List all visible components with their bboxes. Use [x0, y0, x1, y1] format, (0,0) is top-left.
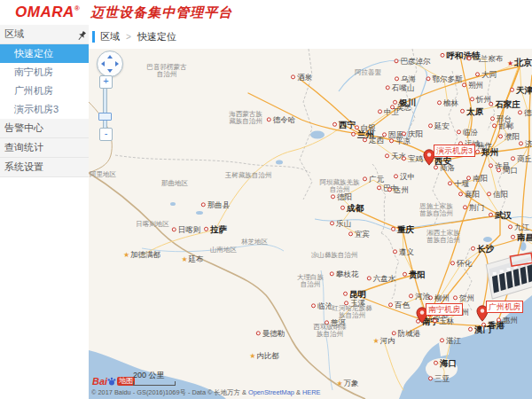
map-label: 河池 — [409, 293, 430, 301]
zoom-slider-track[interactable] — [103, 88, 107, 129]
brand-logo: OMARA® — [15, 4, 80, 21]
baidu-paw-icon — [107, 377, 116, 386]
map-label: 阿拉善盟 — [355, 69, 381, 76]
map-label: 日喀则 — [172, 226, 201, 234]
sidebar-section-1[interactable]: 告警中心 — [0, 119, 89, 138]
map-label: 那曲县 — [201, 201, 231, 209]
map-label: 内比都 — [249, 352, 279, 361]
map-label: 武汉 — [489, 211, 512, 220]
map-label: 临汾 — [457, 129, 478, 137]
map-label: 柳州 — [428, 294, 450, 302]
breadcrumb-current: 快速定位 — [137, 30, 176, 43]
map-label: 西双版纳傣 族自治州 — [313, 324, 347, 339]
map-label: 宝鸡 — [402, 155, 423, 163]
map-label: 惠州 — [497, 317, 518, 325]
pan-up-icon[interactable] — [107, 55, 113, 59]
map-label: 平凉 — [389, 137, 411, 145]
sidebar-nav-items: 快速定位南宁机房广州机房演示机房3 — [0, 44, 89, 119]
zoom-slider-handle[interactable] — [98, 113, 112, 121]
sidebar-item-3[interactable]: 广州机房 — [0, 82, 89, 100]
map-label: 玉林 — [433, 317, 454, 325]
map-label: 鄂尔多斯 — [426, 75, 463, 83]
map-label: 阿坝藏族羌族 自治州 — [320, 179, 360, 194]
map-label: 白银 — [355, 124, 376, 132]
map-marker-label-1[interactable]: 演示机房3 — [434, 145, 475, 157]
sidebar-section-3[interactable]: 系统设置 — [0, 158, 89, 177]
map-label: 那曲地区 — [161, 180, 188, 187]
sidebar-item-2[interactable]: 南宁机房 — [0, 63, 89, 82]
map-label: 酒泉 — [291, 74, 312, 82]
pan-right-icon[interactable] — [115, 61, 119, 66]
machine-room-photo-overlay[interactable] — [482, 249, 532, 305]
sidebar-section-2[interactable]: 查询统计 — [0, 138, 89, 158]
breadcrumb-section[interactable]: 区域 — [100, 30, 120, 43]
map-label: 玉树藏族自治州 — [225, 172, 272, 179]
map-label: 山南地区 — [210, 246, 237, 254]
map-label: 宜宾 — [348, 231, 370, 239]
map-label: 石嘴山 — [386, 84, 415, 92]
map-label: 日喀则地区 — [136, 221, 169, 228]
map-label: 天津 — [510, 86, 532, 95]
scale-bar — [133, 381, 176, 386]
zoom-in-button[interactable]: + — [99, 75, 113, 89]
map-labels: 北京天津呼和浩特石家庄太原银川西宁兰州西安郑州武汉长沙南昌成都重庆贵阳昆明南宁拉… — [89, 49, 532, 399]
attribution-text: © 2017 Baidu - GS(2016)1069号 - Data © 长地… — [91, 389, 248, 396]
breadcrumb: 区域 > 快速定位 — [89, 25, 532, 49]
sidebar: 区域 快速定位南宁机房广州机房演示机房3 告警中心查询统计系统设置 — [0, 25, 90, 399]
breadcrumb-accent-bar — [92, 31, 95, 43]
map-label: 广元 — [363, 176, 384, 184]
sidebar-item-1[interactable]: 快速定位 — [0, 44, 89, 63]
attribution-osm-link[interactable]: OpenStreetMap — [248, 389, 294, 396]
map-marker-label-2[interactable]: 南宁机房 — [426, 303, 463, 316]
map-label: 信阳 — [487, 191, 508, 199]
map-label: 定西 — [363, 137, 384, 145]
sidebar-nav-sections: 告警中心查询统计系统设置 — [0, 119, 89, 177]
pan-down-icon[interactable] — [107, 69, 113, 73]
map-label: 襄阳 — [458, 191, 480, 199]
map-label: 大同 — [475, 71, 497, 79]
map-marker-label-3[interactable]: 广州机房 — [486, 301, 523, 313]
map-label: 湛江 — [440, 337, 461, 345]
map-label: 德州 — [518, 109, 532, 117]
map-label: 北京 — [507, 58, 532, 68]
map-label: 恩施土家族 苗族自治州 — [419, 203, 453, 218]
map-label: 周口 — [497, 167, 518, 175]
map-canvas[interactable]: 北京天津呼和浩特石家庄太原银川西宁兰州西安郑州武汉长沙南昌成都重庆贵阳昆明南宁拉… — [89, 49, 532, 399]
attribution-amp: & — [294, 389, 302, 396]
app-title: 迈世设备集中管理平台 — [90, 4, 232, 21]
map-label: 防城港 — [392, 330, 421, 338]
zoom-out-button[interactable]: - — [99, 128, 113, 141]
sidebar-group-label: 区域 — [4, 28, 24, 39]
map-label: 巴彦淖尔 — [395, 58, 431, 66]
map-label: 太原 — [460, 107, 483, 116]
map-label: 石家庄 — [489, 100, 520, 109]
map-label: 庆阳 — [402, 130, 423, 138]
map-label: 榆林 — [437, 99, 458, 107]
map-label: 朔州 — [462, 82, 483, 90]
map-label: 忻州 — [470, 96, 491, 104]
map-label: 重庆 — [391, 225, 414, 234]
attribution-here-link[interactable]: HERE — [302, 389, 320, 396]
pan-left-icon[interactable] — [101, 61, 105, 66]
map-label: 濮阳 — [498, 133, 520, 141]
map-label: 百色 — [388, 301, 410, 309]
baidu-logo-text: Bai — [92, 377, 107, 386]
map-label: 乌兰察布 — [467, 55, 504, 63]
map-label: 拉萨 — [204, 225, 227, 234]
map-label: 攀枝花 — [330, 270, 359, 278]
map-label: 海西蒙古族 藏族自治州 — [229, 111, 262, 126]
map-label: 邯郸 — [492, 122, 513, 130]
map-label: 达州 — [387, 186, 409, 194]
map-label: 吴忠 — [390, 104, 411, 112]
map-label: 西宁 — [332, 121, 356, 129]
map-label: 三亚 — [428, 375, 450, 383]
map-pan-control[interactable] — [97, 51, 123, 77]
sidebar-group-header[interactable]: 区域 — [0, 25, 89, 44]
map-label: 昆明 — [343, 290, 366, 299]
map-label: 曼德勒 — [256, 330, 286, 338]
sidebar-item-4[interactable]: 演示机房3 — [0, 100, 89, 119]
map-label: 贵阳 — [403, 270, 426, 279]
registered-mark: ® — [74, 4, 80, 12]
chevron-right-icon: > — [126, 32, 131, 42]
map-label: 巴音郭楞蒙古 自治州 — [147, 64, 187, 79]
